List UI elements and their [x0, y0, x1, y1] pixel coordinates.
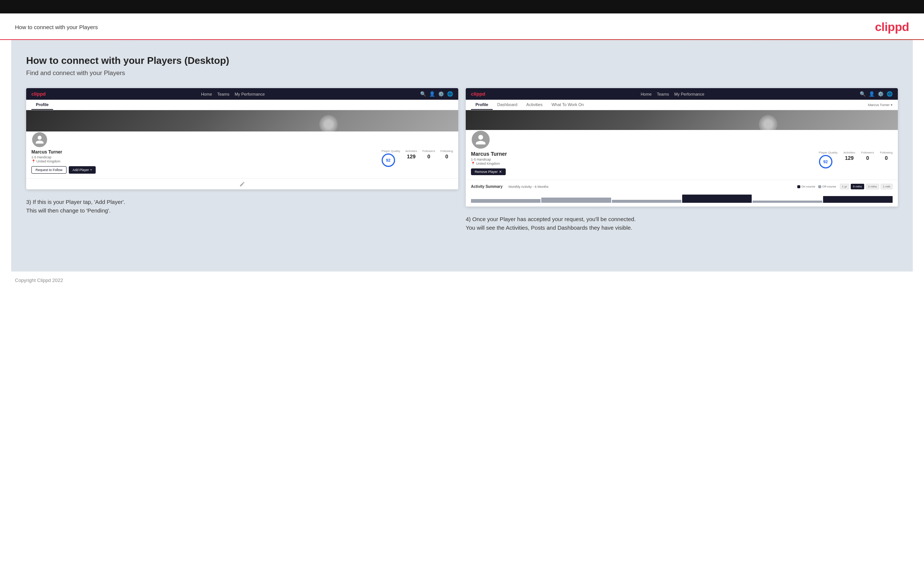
period-1mth[interactable]: 1 mth — [880, 184, 893, 189]
following-block-right: Following 0 — [880, 151, 893, 161]
avatar-icon-left — [35, 135, 44, 145]
activity-section-right: Activity Summary Monthly Activity - 6 Mo… — [466, 180, 898, 206]
mock-tabs-left: Profile — [26, 100, 458, 110]
player-name-right: Marcus Turner — [471, 151, 507, 157]
mock-navbar-left: clippd Home Teams My Performance 🔍 👤 ⚙️ … — [26, 88, 458, 100]
mock-profile-right: Marcus Turner 1-5 Handicap 📍 United King… — [466, 130, 898, 180]
period-1yr[interactable]: 1 yr — [840, 184, 849, 189]
followers-label-left: Followers — [422, 149, 435, 153]
tab-whattoworkton-right[interactable]: What To Work On — [547, 100, 588, 110]
add-player-button[interactable]: Add Player + — [69, 166, 96, 174]
quality-label-right: Player Quality — [819, 151, 838, 154]
period-buttons: 1 yr 6 mths 3 mths 1 mth — [840, 184, 893, 189]
legend-dot-off — [818, 185, 821, 188]
mock-nav-icons-right: 🔍 👤 ⚙️ 🌐 — [860, 91, 893, 97]
player-info-left: Marcus Turner 1-5 Handicap 📍 United King… — [31, 149, 96, 174]
nav-teams-right[interactable]: Teams — [657, 92, 669, 96]
settings-icon-right[interactable]: ⚙️ — [878, 91, 884, 97]
legend-on-course: On course — [797, 185, 815, 188]
player-location-left: 📍 United Kingdom — [31, 160, 96, 163]
nav-home-right[interactable]: Home — [641, 92, 651, 96]
legend-off-course: Off course — [818, 185, 836, 188]
page-header: How to connect with your Players clippd — [0, 13, 924, 40]
activity-header: Activity Summary Monthly Activity - 6 Mo… — [471, 184, 893, 189]
chevron-down-icon-right: ▾ — [891, 103, 893, 107]
tab-profile-left[interactable]: Profile — [31, 100, 53, 110]
player-info-right: Marcus Turner 1-5 Handicap 📍 United King… — [471, 151, 507, 175]
main-content: How to connect with your Players (Deskto… — [11, 40, 913, 271]
followers-label-right: Followers — [861, 151, 874, 154]
user-icon-right[interactable]: 👤 — [869, 91, 875, 97]
globe-icon-right[interactable]: 🌐 — [887, 91, 893, 97]
mock-browser-left: clippd Home Teams My Performance 🔍 👤 ⚙️ … — [26, 88, 458, 189]
chart-bar-3 — [612, 200, 682, 203]
mock-logo-right: clippd — [471, 91, 485, 97]
chart-bar-5 — [753, 201, 822, 203]
activity-period: Monthly Activity - 6 Months — [508, 185, 548, 189]
activities-block-left: Activities 129 — [405, 149, 417, 160]
activity-title-group: Activity Summary Monthly Activity - 6 Mo… — [471, 184, 549, 189]
quality-circle-right: 92 — [819, 155, 832, 168]
activities-label-left: Activities — [405, 149, 417, 153]
nav-performance-right[interactable]: My Performance — [674, 92, 704, 96]
player-handicap-left: 1-5 Handicap — [31, 155, 96, 159]
tab-activities-right[interactable]: Activities — [522, 100, 547, 110]
tab-dashboard-right[interactable]: Dashboard — [493, 100, 522, 110]
buttons-row-left: Request to Follow Add Player + — [31, 166, 96, 174]
description-right: 4) Once your Player has accepted your re… — [466, 215, 898, 232]
period-6mths[interactable]: 6 mths — [851, 184, 864, 189]
legend-dot-on — [797, 185, 800, 188]
section-subtitle: Find and connect with your Players — [26, 69, 898, 77]
page-header-title: How to connect with your Players — [15, 24, 98, 30]
activities-label-right: Activities — [843, 151, 855, 154]
screenshot-left: clippd Home Teams My Performance 🔍 👤 ⚙️ … — [26, 88, 458, 232]
remove-player-button[interactable]: Remove Player ✕ — [471, 168, 506, 175]
location-icon-right: 📍 — [471, 162, 475, 166]
followers-value-right: 0 — [861, 155, 874, 161]
following-label-right: Following — [880, 151, 893, 154]
quality-label-left: Player Quality — [382, 149, 400, 153]
mock-tabs-right: Profile Dashboard Activities What To Wor… — [466, 100, 898, 110]
search-icon-left[interactable]: 🔍 — [420, 91, 426, 97]
player-name-left: Marcus Turner — [31, 149, 96, 155]
chart-bar-1 — [471, 199, 541, 203]
nav-home-left[interactable]: Home — [201, 92, 212, 96]
nav-teams-left[interactable]: Teams — [217, 92, 229, 96]
quality-block-left: Player Quality 92 — [382, 149, 400, 167]
following-label-left: Following — [440, 149, 453, 153]
activity-title: Activity Summary — [471, 184, 502, 189]
search-icon-right[interactable]: 🔍 — [860, 91, 866, 97]
request-follow-button[interactable]: Request to Follow — [31, 166, 66, 174]
player-location-right: 📍 United Kingdom — [471, 162, 507, 166]
user-icon-left[interactable]: 👤 — [429, 91, 435, 97]
settings-icon-left[interactable]: ⚙️ — [438, 91, 444, 97]
copyright-text: Copyright Clippd 2022 — [15, 277, 63, 283]
mock-browser-right: clippd Home Teams My Performance 🔍 👤 ⚙️ … — [466, 88, 898, 206]
following-value-left: 0 — [440, 153, 453, 160]
mock-logo-left: clippd — [31, 91, 45, 97]
mock-tabs-right-left: Profile Dashboard Activities What To Wor… — [471, 100, 588, 110]
followers-block-left: Followers 0 — [422, 149, 435, 160]
nav-performance-left[interactable]: My Performance — [235, 92, 265, 96]
screenshots-row: clippd Home Teams My Performance 🔍 👤 ⚙️ … — [26, 88, 898, 232]
avatar-icon-right — [475, 134, 487, 146]
mock-nav-icons-left: 🔍 👤 ⚙️ 🌐 — [420, 91, 453, 97]
activities-block-right: Activities 129 — [843, 151, 855, 161]
mock-profile-left: Marcus Turner 1-5 Handicap 📍 United King… — [26, 131, 458, 178]
following-block-left: Following 0 — [440, 149, 453, 160]
avatar-right — [471, 130, 490, 149]
stats-row-right: Player Quality 92 Activities 129 Followe… — [819, 151, 893, 168]
description-left: 3) If this is your Player tap, 'Add Play… — [26, 198, 458, 215]
globe-icon-left[interactable]: 🌐 — [447, 91, 453, 97]
page-footer: Copyright Clippd 2022 — [0, 271, 924, 289]
user-selector-right[interactable]: Marcus Turner ▾ — [868, 103, 893, 107]
pencil-icon — [239, 181, 245, 187]
tab-profile-right[interactable]: Profile — [471, 100, 493, 110]
activities-value-right: 129 — [843, 155, 855, 161]
activity-chart — [471, 192, 893, 203]
mock-nav-links-left: Home Teams My Performance — [201, 92, 265, 96]
period-3mths[interactable]: 3 mths — [866, 184, 879, 189]
following-value-right: 0 — [880, 155, 893, 161]
buttons-row-right: Remove Player ✕ — [471, 168, 507, 175]
stats-row-left: Player Quality 92 Activities 129 Followe… — [382, 149, 453, 167]
